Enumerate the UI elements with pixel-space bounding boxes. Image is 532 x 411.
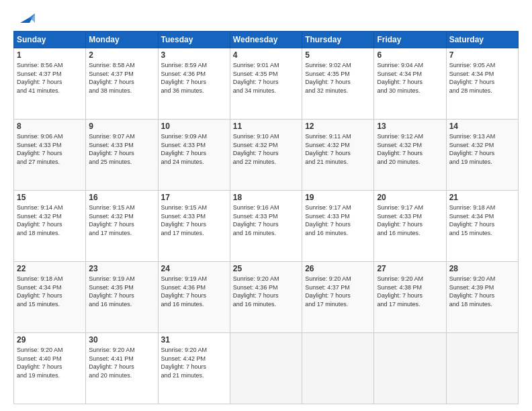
header: [13, 11, 519, 26]
calendar-cell: 17Sunrise: 9:15 AM Sunset: 4:33 PM Dayli…: [158, 191, 230, 262]
day-number: 24: [161, 264, 227, 273]
day-number: 25: [233, 264, 299, 273]
day-number: 10: [161, 122, 227, 131]
calendar-cell: 27Sunrise: 9:20 AM Sunset: 4:38 PM Dayli…: [374, 262, 446, 333]
calendar-cell: 31Sunrise: 9:20 AM Sunset: 4:42 PM Dayli…: [158, 333, 230, 404]
day-number: 28: [449, 264, 515, 273]
day-number: 15: [17, 193, 83, 202]
calendar-cell: [374, 333, 446, 404]
day-info: Sunrise: 9:17 AM Sunset: 4:33 PM Dayligh…: [305, 203, 371, 237]
day-info: Sunrise: 9:05 AM Sunset: 4:34 PM Dayligh…: [449, 61, 515, 95]
day-info: Sunrise: 9:20 AM Sunset: 4:41 PM Dayligh…: [89, 346, 154, 379]
day-info: Sunrise: 9:20 AM Sunset: 4:40 PM Dayligh…: [17, 346, 83, 379]
calendar-cell: 20Sunrise: 9:17 AM Sunset: 4:33 PM Dayli…: [374, 191, 446, 262]
svg-marker-1: [30, 13, 35, 23]
calendar-cell: 22Sunrise: 9:18 AM Sunset: 4:34 PM Dayli…: [14, 262, 86, 333]
day-number: 11: [233, 122, 299, 131]
day-number: 17: [161, 193, 227, 202]
day-info: Sunrise: 9:16 AM Sunset: 4:33 PM Dayligh…: [233, 203, 299, 237]
calendar-cell: 5Sunrise: 9:02 AM Sunset: 4:35 PM Daylig…: [302, 48, 374, 120]
day-number: 8: [17, 122, 83, 131]
calendar-cell: 25Sunrise: 9:20 AM Sunset: 4:36 PM Dayli…: [230, 262, 302, 333]
logo: [13, 11, 35, 26]
calendar-cell: 14Sunrise: 9:13 AM Sunset: 4:32 PM Dayli…: [446, 120, 518, 191]
col-header-wednesday: Wednesday: [230, 32, 302, 48]
calendar-cell: 4Sunrise: 9:01 AM Sunset: 4:35 PM Daylig…: [230, 48, 302, 120]
calendar-cell: 13Sunrise: 9:12 AM Sunset: 4:32 PM Dayli…: [374, 120, 446, 191]
calendar-cell: 7Sunrise: 9:05 AM Sunset: 4:34 PM Daylig…: [446, 48, 518, 120]
day-number: 30: [89, 335, 154, 345]
calendar-cell: 19Sunrise: 9:17 AM Sunset: 4:33 PM Dayli…: [302, 191, 374, 262]
calendar-cell: 2Sunrise: 8:58 AM Sunset: 4:37 PM Daylig…: [86, 48, 158, 120]
calendar-cell: [446, 333, 518, 404]
calendar-cell: 26Sunrise: 9:20 AM Sunset: 4:37 PM Dayli…: [302, 262, 374, 333]
col-header-sunday: Sunday: [14, 32, 86, 48]
calendar-cell: 6Sunrise: 9:04 AM Sunset: 4:34 PM Daylig…: [374, 48, 446, 120]
day-info: Sunrise: 9:10 AM Sunset: 4:32 PM Dayligh…: [233, 132, 299, 166]
calendar-week-row: 22Sunrise: 9:18 AM Sunset: 4:34 PM Dayli…: [14, 262, 519, 333]
calendar-cell: 21Sunrise: 9:18 AM Sunset: 4:34 PM Dayli…: [446, 191, 518, 262]
day-number: 12: [305, 122, 371, 131]
calendar-cell: 12Sunrise: 9:11 AM Sunset: 4:32 PM Dayli…: [302, 120, 374, 191]
calendar-table: SundayMondayTuesdayWednesdayThursdayFrid…: [13, 31, 519, 404]
day-info: Sunrise: 9:20 AM Sunset: 4:37 PM Dayligh…: [305, 275, 371, 308]
calendar-cell: 9Sunrise: 9:07 AM Sunset: 4:33 PM Daylig…: [86, 120, 158, 191]
day-number: 16: [89, 193, 154, 202]
day-number: 23: [89, 264, 154, 273]
day-info: Sunrise: 9:15 AM Sunset: 4:32 PM Dayligh…: [89, 203, 154, 237]
calendar-cell: 30Sunrise: 9:20 AM Sunset: 4:41 PM Dayli…: [86, 333, 158, 404]
day-number: 9: [89, 122, 154, 131]
day-number: 14: [449, 122, 515, 131]
calendar-header-row: SundayMondayTuesdayWednesdayThursdayFrid…: [14, 32, 519, 48]
logo-icon: [15, 11, 35, 27]
calendar-cell: 3Sunrise: 8:59 AM Sunset: 4:36 PM Daylig…: [158, 48, 230, 120]
day-number: 18: [233, 193, 299, 202]
day-info: Sunrise: 9:20 AM Sunset: 4:39 PM Dayligh…: [449, 275, 515, 308]
day-info: Sunrise: 9:12 AM Sunset: 4:32 PM Dayligh…: [377, 132, 443, 166]
day-info: Sunrise: 8:59 AM Sunset: 4:36 PM Dayligh…: [161, 61, 227, 95]
calendar-cell: 1Sunrise: 8:56 AM Sunset: 4:37 PM Daylig…: [14, 48, 86, 120]
day-info: Sunrise: 9:09 AM Sunset: 4:33 PM Dayligh…: [161, 132, 227, 166]
col-header-friday: Friday: [374, 32, 446, 48]
day-info: Sunrise: 9:20 AM Sunset: 4:42 PM Dayligh…: [161, 346, 227, 379]
calendar-cell: 8Sunrise: 9:06 AM Sunset: 4:33 PM Daylig…: [14, 120, 86, 191]
calendar-cell: 15Sunrise: 9:14 AM Sunset: 4:32 PM Dayli…: [14, 191, 86, 262]
calendar-cell: 10Sunrise: 9:09 AM Sunset: 4:33 PM Dayli…: [158, 120, 230, 191]
day-info: Sunrise: 9:04 AM Sunset: 4:34 PM Dayligh…: [377, 61, 443, 95]
day-number: 22: [17, 264, 83, 273]
calendar-body: 1Sunrise: 8:56 AM Sunset: 4:37 PM Daylig…: [14, 48, 519, 404]
calendar-cell: 28Sunrise: 9:20 AM Sunset: 4:39 PM Dayli…: [446, 262, 518, 333]
col-header-thursday: Thursday: [302, 32, 374, 48]
day-info: Sunrise: 9:14 AM Sunset: 4:32 PM Dayligh…: [17, 203, 83, 237]
day-info: Sunrise: 9:07 AM Sunset: 4:33 PM Dayligh…: [89, 132, 154, 166]
day-number: 5: [305, 50, 371, 60]
day-info: Sunrise: 9:13 AM Sunset: 4:32 PM Dayligh…: [449, 132, 515, 166]
calendar-cell: 24Sunrise: 9:19 AM Sunset: 4:36 PM Dayli…: [158, 262, 230, 333]
calendar-cell: 23Sunrise: 9:19 AM Sunset: 4:35 PM Dayli…: [86, 262, 158, 333]
col-header-monday: Monday: [86, 32, 158, 48]
calendar-week-row: 1Sunrise: 8:56 AM Sunset: 4:37 PM Daylig…: [14, 48, 519, 120]
calendar-week-row: 29Sunrise: 9:20 AM Sunset: 4:40 PM Dayli…: [14, 333, 519, 404]
calendar-cell: 18Sunrise: 9:16 AM Sunset: 4:33 PM Dayli…: [230, 191, 302, 262]
day-number: 4: [233, 50, 299, 60]
col-header-tuesday: Tuesday: [158, 32, 230, 48]
day-info: Sunrise: 9:01 AM Sunset: 4:35 PM Dayligh…: [233, 61, 299, 95]
day-number: 31: [161, 335, 227, 345]
day-number: 27: [377, 264, 443, 273]
day-number: 2: [89, 50, 154, 60]
day-info: Sunrise: 9:18 AM Sunset: 4:34 PM Dayligh…: [449, 203, 515, 237]
day-info: Sunrise: 9:20 AM Sunset: 4:36 PM Dayligh…: [233, 275, 299, 308]
calendar-week-row: 15Sunrise: 9:14 AM Sunset: 4:32 PM Dayli…: [14, 191, 519, 262]
day-info: Sunrise: 9:19 AM Sunset: 4:36 PM Dayligh…: [161, 275, 227, 308]
calendar-cell: [230, 333, 302, 404]
day-number: 6: [377, 50, 443, 60]
calendar-cell: 16Sunrise: 9:15 AM Sunset: 4:32 PM Dayli…: [86, 191, 158, 262]
col-header-saturday: Saturday: [446, 32, 518, 48]
day-number: 29: [17, 335, 83, 345]
day-number: 1: [17, 50, 83, 60]
day-number: 20: [377, 193, 443, 202]
day-number: 21: [449, 193, 515, 202]
calendar-week-row: 8Sunrise: 9:06 AM Sunset: 4:33 PM Daylig…: [14, 120, 519, 191]
calendar-cell: [302, 333, 374, 404]
calendar-cell: 11Sunrise: 9:10 AM Sunset: 4:32 PM Dayli…: [230, 120, 302, 191]
